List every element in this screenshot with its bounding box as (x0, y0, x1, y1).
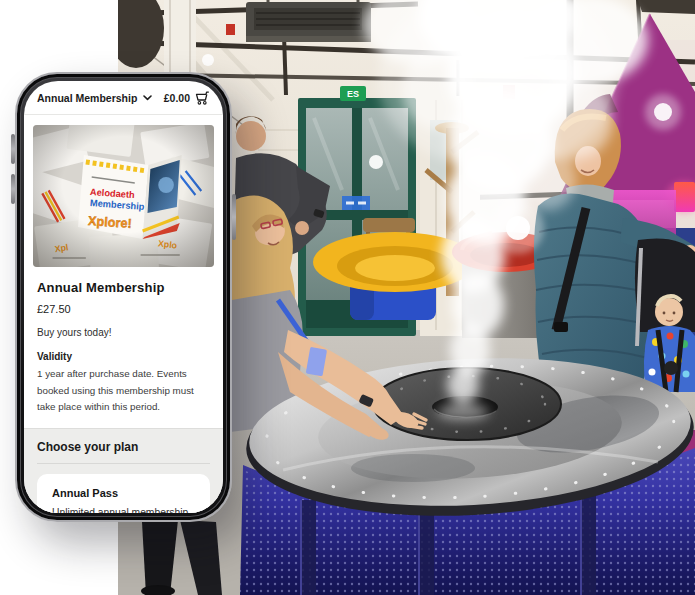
page: ES (0, 0, 695, 595)
plan-section-heading: Choose your plan (37, 440, 210, 464)
cart-icon (195, 91, 210, 105)
product-price: £27.50 (37, 303, 210, 315)
plan-name: Annual Pass (52, 487, 195, 499)
plan-description: Unlimited annual membership (52, 507, 195, 513)
product-image: Xpl Xplo Aelodaeth Membership Xplore! (33, 125, 214, 267)
screen-header: Annual Membership £0.00 (24, 81, 223, 115)
product-title: Annual Membership (37, 280, 210, 295)
chevron-down-icon (143, 95, 152, 101)
validity-heading: Validity (37, 351, 210, 362)
phone-screen: Annual Membership £0.00 (24, 81, 223, 513)
cart-button[interactable]: £0.00 (164, 91, 210, 105)
power-button (232, 194, 236, 240)
product-selector-label: Annual Membership (37, 92, 137, 104)
product-selector[interactable]: Annual Membership (37, 92, 152, 104)
plan-card-annual-pass[interactable]: Annual Pass Unlimited annual membership (37, 474, 210, 513)
volume-down-button (11, 174, 15, 204)
volume-up-button (11, 134, 15, 164)
exit-sign-text: ES (347, 89, 359, 99)
membership-cards-photo: Xpl Xplo Aelodaeth Membership Xplore! (33, 125, 214, 267)
plan-section: Choose your plan Annual Pass Unlimited a… (24, 428, 223, 513)
validity-body: 1 year after purchase date. Events booke… (37, 366, 210, 416)
phone-frame: Annual Membership £0.00 (15, 72, 232, 522)
product-tagline: Buy yours today! (37, 327, 210, 338)
product-info: Annual Membership £27.50 Buy yours today… (24, 267, 223, 416)
cart-total: £0.00 (164, 92, 190, 104)
